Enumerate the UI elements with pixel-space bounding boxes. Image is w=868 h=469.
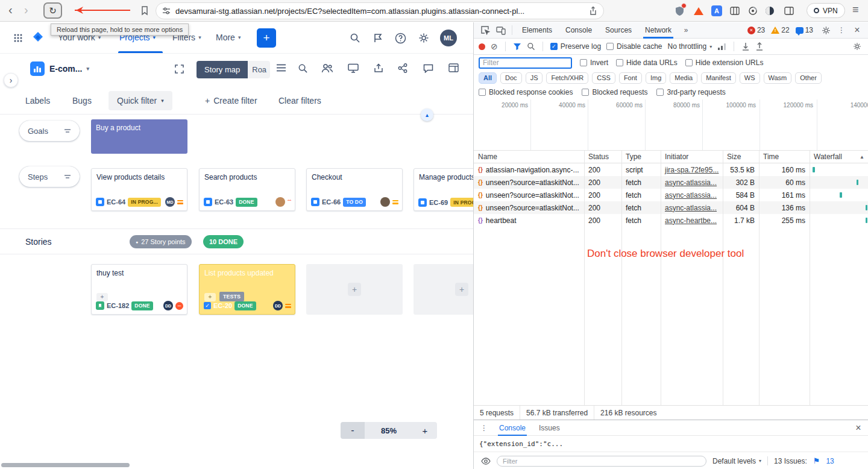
bugs-filter[interactable]: Bugs bbox=[72, 96, 92, 105]
address-bar[interactable]: devsamurai-stg.atlassian.net/projects/EC… bbox=[156, 2, 604, 19]
card-checkbox-checked[interactable]: ✓ bbox=[204, 302, 211, 309]
translate-extension-icon[interactable]: A bbox=[710, 4, 723, 17]
warning-count[interactable]: 22 bbox=[771, 26, 789, 34]
settings-gear-icon[interactable] bbox=[418, 33, 429, 43]
step-card[interactable]: View products details EC-64 IN PROG... M… bbox=[91, 168, 187, 211]
devtools-menu-icon[interactable]: ⋮ bbox=[835, 24, 848, 37]
column-name[interactable]: Name bbox=[474, 151, 584, 163]
import-har-icon[interactable] bbox=[741, 42, 750, 51]
share-icon[interactable] bbox=[589, 6, 597, 16]
type-filter-fetch[interactable]: Fetch/XHR bbox=[546, 72, 588, 84]
board-search-icon[interactable] bbox=[298, 63, 308, 74]
invert-checkbox[interactable]: Invert bbox=[580, 58, 608, 67]
extension-shield-icon[interactable] bbox=[673, 4, 686, 17]
type-filter-font[interactable]: Font bbox=[619, 72, 642, 84]
create-filter-button[interactable]: + Create filter bbox=[205, 96, 257, 105]
drawer-close-icon[interactable]: × bbox=[852, 421, 865, 435]
type-filter-doc[interactable]: Doc bbox=[500, 72, 522, 84]
forward-icon[interactable]: › bbox=[24, 4, 28, 16]
tab-sources[interactable]: Sources bbox=[600, 22, 637, 39]
type-filter-css[interactable]: CSS bbox=[592, 72, 615, 84]
column-type[interactable]: Type bbox=[621, 151, 661, 163]
type-filter-wasm[interactable]: Wasm bbox=[764, 72, 792, 84]
third-party-checkbox[interactable]: 3rd-party requests bbox=[656, 88, 725, 96]
tab-console[interactable]: Console bbox=[560, 22, 597, 39]
devtools-settings-icon[interactable] bbox=[819, 24, 832, 37]
app-switcher-icon[interactable] bbox=[13, 33, 23, 43]
list-view-icon[interactable] bbox=[276, 63, 286, 72]
inspect-element-icon[interactable] bbox=[479, 24, 492, 37]
quick-filter-button[interactable]: Quick filter ▾ bbox=[108, 91, 172, 110]
extension-triangle-icon[interactable] bbox=[692, 4, 705, 17]
hide-extension-urls-checkbox[interactable]: Hide extension URLs bbox=[685, 58, 764, 67]
nav-more[interactable]: More▾ bbox=[216, 33, 241, 42]
type-filter-other[interactable]: Other bbox=[795, 72, 822, 84]
goals-row-label[interactable]: Goals bbox=[19, 121, 80, 141]
vpn-button[interactable]: VPN bbox=[807, 3, 845, 18]
more-tabs-icon[interactable]: » bbox=[679, 24, 693, 37]
preserve-log-checkbox[interactable]: ✓ Preserve log bbox=[550, 42, 601, 51]
network-filter-input[interactable] bbox=[479, 57, 572, 69]
initiator-link[interactable]: async-atlassia... bbox=[665, 204, 717, 212]
type-filter-ws[interactable]: WS bbox=[740, 72, 760, 84]
console-log-line[interactable]: {"extension_id":"c... bbox=[474, 436, 868, 452]
story-card-selected[interactable]: List products updated + TESTS ✓ EC-20 DO… bbox=[199, 264, 295, 315]
add-card-placeholder[interactable]: + bbox=[306, 264, 403, 315]
record-button[interactable] bbox=[479, 43, 485, 50]
grid-extension-icon[interactable] bbox=[728, 4, 741, 17]
user-avatar[interactable]: ML bbox=[440, 30, 457, 46]
filter-funnel-icon[interactable] bbox=[513, 43, 521, 51]
console-filter-input[interactable] bbox=[497, 456, 706, 467]
error-count[interactable]: × 23 bbox=[747, 26, 765, 34]
labels-filter[interactable]: Labels bbox=[25, 96, 50, 105]
drawer-menu-icon[interactable]: ⋮ bbox=[477, 421, 491, 435]
help-icon[interactable] bbox=[395, 33, 406, 44]
story-map-view-button[interactable]: Story map bbox=[197, 61, 248, 78]
type-filter-manifest[interactable]: Manifest bbox=[701, 72, 736, 84]
initiator-link[interactable]: jira-spa.72fe95... bbox=[665, 166, 719, 174]
initiator-link[interactable]: async-atlassia... bbox=[665, 178, 717, 187]
goal-card[interactable]: Buy a product bbox=[91, 119, 187, 154]
export-icon[interactable] bbox=[374, 63, 383, 73]
initiator-link[interactable]: async-atlassia... bbox=[665, 191, 717, 200]
create-button[interactable]: + bbox=[257, 28, 276, 48]
jira-logo[interactable] bbox=[31, 31, 45, 44]
network-settings-icon[interactable] bbox=[851, 40, 864, 53]
log-levels-dropdown[interactable]: Default levels ▾ bbox=[712, 457, 761, 465]
network-timeline[interactable]: 20000 ms 40000 ms 60000 ms 80000 ms 1000… bbox=[474, 99, 868, 151]
network-request-row[interactable]: {}unseen?source=atlaskitNot... 200 fetch… bbox=[474, 201, 868, 214]
monitor-icon[interactable] bbox=[348, 63, 359, 73]
add-label-button[interactable]: + bbox=[96, 293, 108, 301]
site-settings-icon[interactable] bbox=[162, 7, 171, 15]
network-request-row[interactable]: {}heartbeat 200 fetch async-heartbe... 1… bbox=[474, 214, 868, 227]
step-card[interactable]: Manage products EC-69 IN PROG... bbox=[414, 168, 473, 211]
roadmap-view-button[interactable]: Roa bbox=[248, 61, 270, 78]
type-filter-all[interactable]: All bbox=[479, 72, 497, 84]
type-filter-img[interactable]: Img bbox=[646, 72, 666, 84]
tab-elements[interactable]: Elements bbox=[517, 22, 558, 39]
back-icon[interactable]: ‹ bbox=[8, 4, 13, 16]
zoom-out-button[interactable]: - bbox=[341, 422, 365, 439]
spiral-extension-icon[interactable] bbox=[746, 4, 760, 17]
column-initiator[interactable]: Initiator bbox=[661, 151, 723, 163]
eye-icon[interactable] bbox=[481, 458, 491, 465]
horizontal-scrollbar-thumb[interactable] bbox=[1, 463, 130, 467]
issues-count[interactable]: 13 bbox=[796, 26, 813, 34]
panel-icon[interactable] bbox=[448, 63, 459, 72]
export-har-icon[interactable] bbox=[755, 42, 764, 51]
darkmode-extension-icon[interactable] bbox=[763, 4, 776, 17]
column-size[interactable]: Size bbox=[723, 151, 759, 163]
comment-icon[interactable] bbox=[423, 63, 433, 73]
drawer-tab-console[interactable]: Console bbox=[494, 420, 530, 436]
devtools-close-icon[interactable]: × bbox=[851, 24, 864, 37]
collapse-up-icon[interactable]: ▴ bbox=[421, 109, 433, 121]
search-icon[interactable] bbox=[350, 33, 360, 43]
device-toolbar-icon[interactable] bbox=[494, 24, 508, 37]
share-nodes-icon[interactable] bbox=[398, 63, 407, 73]
project-avatar[interactable] bbox=[30, 61, 45, 76]
drawer-tab-issues[interactable]: Issues bbox=[534, 420, 565, 436]
fullscreen-icon[interactable] bbox=[175, 65, 184, 74]
sidebar-expand-button[interactable]: › bbox=[4, 73, 18, 87]
step-card[interactable]: Search products EC-63 DONE ˆˆ bbox=[199, 168, 295, 211]
network-request-row[interactable]: {}unseen?source=atlaskitNot... 200 fetch… bbox=[474, 189, 868, 201]
